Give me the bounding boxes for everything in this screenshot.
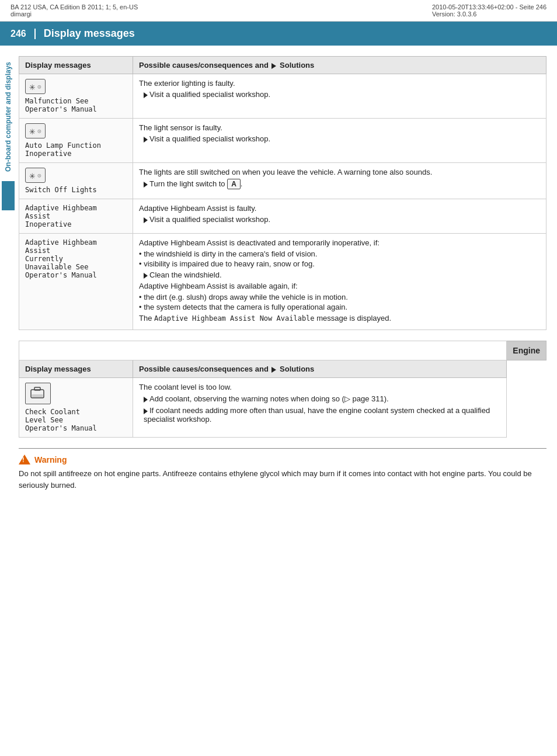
display-msg-cell: Check CoolantLevel SeeOperator's Manual [19, 378, 133, 438]
solution-cell: The exterior lighting is faulty. Visit a… [133, 74, 546, 119]
header-right-line1: 2010-05-20T13:33:46+02:00 - Seite 246 [432, 4, 546, 11]
list-item: visibility is impaired due to heavy rain… [139, 259, 540, 268]
lighting-col1-header: Display messages [19, 57, 133, 74]
svg-rect-2 [34, 387, 40, 390]
warning-triangle-icon [19, 455, 30, 464]
mono-text: Adaptive Highbeam Assist Now Available [154, 314, 315, 322]
coolant-svg [30, 386, 46, 399]
svg-rect-1 [32, 394, 43, 397]
complex-bullets1: the windshield is dirty in the camera's … [139, 249, 540, 268]
list-item: the windshield is dirty in the camera's … [139, 249, 540, 258]
arrow-icon [144, 92, 148, 98]
solution-cell: Adaptive Highbeam Assist is faulty. Visi… [133, 199, 546, 234]
table-row: ✳ ⊙ Malfunction SeeOperator's Manual The… [19, 74, 546, 119]
engine-table: Engine Display messages Possible causes/… [19, 341, 546, 438]
sidebar-label-area: On-board computer and displays [0, 56, 16, 582]
display-msg-cell: ✳ ⊙ Switch Off Lights [19, 163, 133, 199]
header-left-line1: BA 212 USA, CA Edition B 2011; 1; 5, en-… [11, 4, 138, 11]
table-row: Check CoolantLevel SeeOperator's Manual … [19, 378, 546, 438]
arrow-icon [144, 137, 148, 143]
doc-header: BA 212 USA, CA Edition B 2011; 1; 5, en-… [0, 0, 557, 22]
arrow-icon [144, 397, 148, 403]
arrow-icon [144, 217, 148, 223]
display-msg-cell: ✳ ⊙ Auto Lamp FunctionInoperative [19, 119, 133, 163]
warning-title: Warning [19, 455, 546, 464]
table-row: ✳ ⊙ Auto Lamp FunctionInoperative The li… [19, 119, 546, 163]
solution-cell: The light sensor is faulty. Visit a qual… [133, 119, 546, 163]
warning-section: Warning Do not spill antifreeze on hot e… [19, 448, 546, 491]
lighting-col2-header: Possible causes/consequences and Solutio… [133, 57, 546, 74]
table-row: ✳ ⊙ Switch Off Lights The lights are sti… [19, 163, 546, 199]
light-icon: ✳ ⊙ [25, 168, 46, 183]
table-row: Adaptive HighbeamAssistInoperative Adapt… [19, 199, 546, 234]
warning-label: Warning [34, 455, 67, 464]
arrow-icon [144, 408, 148, 414]
arrow-icon [144, 273, 148, 279]
sidebar-label: On-board computer and displays [4, 62, 12, 172]
engine-section-header [19, 341, 507, 360]
complex-intro2: Adaptive Highbeam Assist is available ag… [139, 282, 540, 290]
table-row: Adaptive HighbeamAssistCurrentlyUnavaila… [19, 234, 546, 330]
page-title: Display messages [44, 27, 135, 40]
page-number: 246 [11, 29, 36, 39]
display-msg-cell: Adaptive HighbeamAssistCurrentlyUnavaila… [19, 234, 133, 330]
display-msg-cell: Adaptive HighbeamAssistInoperative [19, 199, 133, 234]
key-symbol: A [227, 179, 241, 189]
warning-text: Do not spill antifreeze on hot engine pa… [19, 468, 546, 491]
header-right-line2: Version: 3.0.3.6 [432, 11, 546, 18]
solution-cell: The lights are still switched on when yo… [133, 163, 546, 199]
list-item: the system detects that the camera is fu… [139, 303, 540, 311]
header-left-line2: dimargi [11, 11, 138, 18]
lighting-table: Display messages Possible causes/consequ… [19, 56, 546, 330]
arrow-icon [144, 182, 148, 188]
engine-col1-header: Display messages [19, 360, 133, 378]
header-left: BA 212 USA, CA Edition B 2011; 1; 5, en-… [11, 4, 138, 18]
coolant-icon [25, 383, 51, 404]
display-msg-cell: ✳ ⊙ Malfunction SeeOperator's Manual [19, 74, 133, 119]
solution-cell-complex: Adaptive Highbeam Assist is deactivated … [133, 234, 546, 330]
light-icon: ✳ ⊙ [25, 79, 46, 94]
main-content: Display messages Possible causes/consequ… [16, 56, 557, 582]
engine-solution-cell: The coolant level is too low. Add coolan… [133, 378, 507, 438]
light-icon: ✳ ⊙ [25, 123, 46, 138]
complex-outro: The Adaptive Highbeam Assist Now Availab… [139, 314, 540, 322]
content-wrapper: On-board computer and displays Display m… [0, 56, 557, 582]
complex-intro: Adaptive Highbeam Assist is deactivated … [139, 238, 540, 247]
list-item: the dirt (e.g. slush) drops away while t… [139, 293, 540, 301]
page-title-bar: 246 Display messages [0, 22, 557, 46]
engine-col2-header: Possible causes/consequences and Solutio… [133, 360, 507, 378]
sidebar-blue-block [2, 181, 15, 210]
complex-bullets2: the dirt (e.g. slush) drops away while t… [139, 293, 540, 311]
header-right: 2010-05-20T13:33:46+02:00 - Seite 246 Ve… [432, 4, 546, 18]
